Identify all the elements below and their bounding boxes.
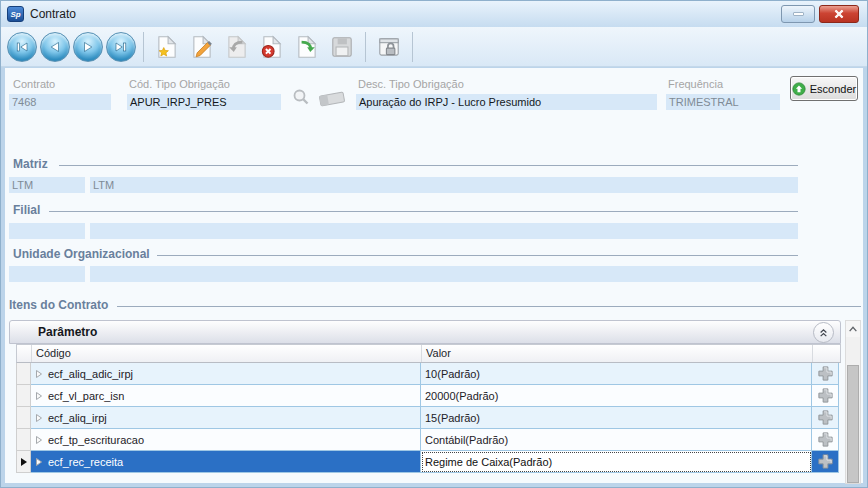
vertical-scrollbar[interactable] [845,320,861,484]
row-selector[interactable] [16,451,31,473]
save-floppy-icon [329,34,355,60]
unidade-section-line [157,255,798,256]
toolbar-separator [365,32,366,62]
unidade-code-field[interactable] [9,266,85,282]
valor-cell[interactable]: 20000(Padrão) [421,385,812,407]
delete-record-button[interactable] [256,31,288,63]
header-valor[interactable]: Valor [422,345,813,362]
plus-icon [817,387,834,404]
add-parameter-button[interactable] [812,451,839,473]
contrato-field[interactable]: 7468 [9,94,111,110]
row-selector[interactable] [16,407,31,429]
itens-section-line [117,306,861,307]
first-record-icon [14,39,30,55]
desc-tipo-obrigacao-field[interactable]: Apuração do IRPJ - Lucro Presumido [356,94,657,110]
scroll-up-icon [848,325,858,333]
collapse-button[interactable] [813,322,834,343]
valor-text: 10(Padrão) [425,368,480,380]
valor-cell[interactable]: Regime de Caixa(Padrão) [421,451,812,473]
filial-section-line [49,211,798,212]
content-area: Contrato 7468 Cód. Tipo Obrigação APUR_I… [5,68,863,483]
unidade-name-field[interactable] [90,266,798,282]
matriz-section-line [59,165,798,166]
header-plus [813,345,840,362]
last-record-button[interactable] [106,32,136,62]
next-record-button[interactable] [73,32,103,62]
esconder-button[interactable]: Esconder [790,76,858,101]
close-icon [833,8,845,20]
table-row[interactable]: ecf_tp_escrituracao Contábil(Padrão) [16,429,841,451]
valor-cell[interactable]: Contábil(Padrão) [421,429,812,451]
filial-section-label: Filial [13,203,40,217]
cod-tipo-obrigacao-field[interactable]: APUR_IRPJ_PRES [127,94,281,110]
minimize-button[interactable] [781,5,815,23]
add-parameter-button[interactable] [812,363,839,385]
header-codigo[interactable]: Código [32,345,422,362]
codigo-text: ecf_aliq_adic_irpj [48,368,133,380]
table-row[interactable]: ecf_aliq_adic_irpj 10(Padrão) [16,363,841,385]
parametro-title: Parâmetro [38,325,97,339]
expand-icon[interactable] [35,413,43,423]
codigo-cell[interactable]: ecf_vl_parc_isn [31,385,421,407]
edit-pencil-icon [189,34,215,60]
header-gutter [17,345,32,362]
scrollbar-thumb[interactable] [847,365,859,483]
table-row[interactable]: ecf_rec_receita Regime de Caixa(Padrão) [16,451,841,473]
row-selector[interactable] [16,363,31,385]
codigo-cell[interactable]: ecf_aliq_irpj [31,407,421,429]
lock-icon [376,34,402,60]
confirm-record-button[interactable] [291,31,323,63]
filial-name-field[interactable] [90,223,798,239]
expand-icon[interactable] [35,457,43,467]
plus-icon [817,409,834,426]
expand-icon[interactable] [35,435,43,445]
permissions-button[interactable] [373,31,405,63]
add-parameter-button[interactable] [812,385,839,407]
codigo-text: ecf_vl_parc_isn [48,390,124,402]
expand-icon[interactable] [35,391,43,401]
eraser-icon[interactable] [317,90,347,108]
close-button[interactable] [819,5,859,23]
matriz-code-field[interactable]: LTM [9,177,85,193]
itens-section-label: Itens do Contrato [9,298,108,312]
codigo-cell[interactable]: ecf_aliq_adic_irpj [31,363,421,385]
first-record-button[interactable] [7,32,37,62]
table-row[interactable]: ecf_vl_parc_isn 20000(Padrão) [16,385,841,407]
confirm-arrow-icon [294,34,320,60]
edit-record-button[interactable] [186,31,218,63]
window-title: Contrato [30,7,76,21]
valor-cell[interactable]: 15(Padrão) [421,407,812,429]
table-header-row: Código Valor [16,344,841,363]
delete-icon [259,34,285,60]
new-document-icon [154,34,180,60]
search-icon[interactable] [291,88,311,108]
codigo-cell[interactable]: ecf_rec_receita [31,451,421,473]
desc-tipo-obrigacao-label: Desc. Tipo Obrigação [358,78,464,90]
up-arrow-icon [792,82,806,96]
codigo-text: ecf_rec_receita [48,456,123,468]
table-row[interactable]: ecf_aliq_irpj 15(Padrão) [16,407,841,429]
add-parameter-button[interactable] [812,429,839,451]
codigo-cell[interactable]: ecf_tp_escrituracao [31,429,421,451]
next-record-icon [80,39,96,55]
title-bar: Sp Contrato [1,1,867,27]
save-record-button[interactable] [326,31,358,63]
valor-cell[interactable]: 10(Padrão) [421,363,812,385]
parametro-table: Código Valor ecf_aliq_adic_irpj 10(Padrã… [16,344,841,473]
row-selector[interactable] [16,385,31,407]
add-parameter-button[interactable] [812,407,839,429]
filial-code-field[interactable] [9,223,85,239]
frequencia-field[interactable]: TRIMESTRAL [666,94,780,110]
previous-record-button[interactable] [40,32,70,62]
valor-text: Contábil(Padrão) [425,434,508,446]
new-record-button[interactable] [151,31,183,63]
expand-icon[interactable] [35,369,43,379]
undo-record-button[interactable] [221,31,253,63]
frequencia-label: Frequência [668,78,723,90]
scroll-up-button[interactable] [846,321,860,337]
row-selector[interactable] [16,429,31,451]
parametro-group-header[interactable]: Parâmetro [9,320,841,344]
toolbar-separator [143,32,144,62]
undo-arrow-icon [224,34,250,60]
matriz-name-field[interactable]: LTM [90,177,798,193]
